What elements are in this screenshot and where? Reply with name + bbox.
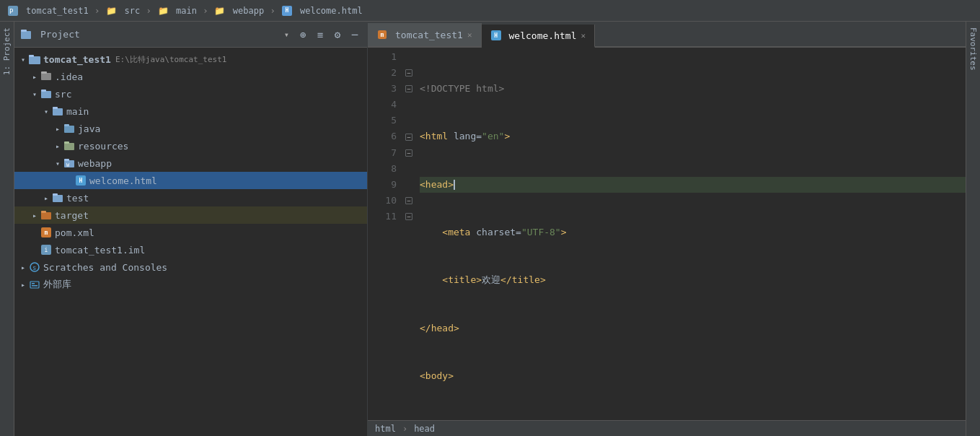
favorites-tab[interactable]: Favorites xyxy=(966,22,980,436)
tree-item-scratches[interactable]: s Scratches and Consoles xyxy=(14,258,367,276)
gutter-2[interactable]: − xyxy=(404,65,414,81)
tab-welcome-html[interactable]: H welcome.html ✕ xyxy=(482,25,596,48)
tree-label-webapp: webapp xyxy=(78,158,112,169)
svg-rect-4 xyxy=(29,56,40,64)
tree-label-target: target xyxy=(55,210,89,221)
tab-tomcat-test1[interactable]: m tomcat_test1 ✕ xyxy=(368,23,482,46)
gutter-11[interactable]: − xyxy=(404,209,414,224)
gutter-4 xyxy=(404,97,414,113)
tree-arrow-scratches xyxy=(17,261,29,273)
tree-item-resources[interactable]: resources xyxy=(14,137,367,154)
svg-rect-6 xyxy=(41,73,51,80)
title-webapp[interactable]: webapp xyxy=(233,6,264,16)
svg-rect-2 xyxy=(21,31,31,39)
tab-close-tomcat[interactable]: ✕ xyxy=(467,30,472,40)
welcome-file-title-icon: H xyxy=(281,5,293,17)
breadcrumb-head[interactable]: head xyxy=(414,424,435,434)
svg-text:s: s xyxy=(32,264,36,271)
project-tab-label[interactable]: 1: Project xyxy=(1,22,13,81)
fold-icon-11[interactable]: − xyxy=(405,213,412,220)
tree-item-welcome-html[interactable]: H welcome.html xyxy=(14,172,367,189)
tree-label-ext-lib: 外部库 xyxy=(43,278,71,291)
tab-html-icon: H xyxy=(490,30,502,41)
tree-arrow-webapp xyxy=(52,157,63,169)
tab-close-welcome[interactable]: ✕ xyxy=(581,31,586,40)
java-folder-icon xyxy=(63,123,75,134)
code-content[interactable]: <!DOCTYPE html> <html lang="en"> <head> … xyxy=(414,48,966,420)
sidebar-add-btn[interactable]: ⊕ xyxy=(296,28,309,41)
code-line-2: <html lang="en"> xyxy=(420,128,966,144)
tree-item-src[interactable]: src xyxy=(14,85,367,103)
fold-icon-7[interactable]: − xyxy=(405,149,412,157)
tree-label-iml: tomcat_test1.iml xyxy=(55,245,145,256)
iml-icon: i xyxy=(40,244,52,256)
code-gutter: − − − − − − xyxy=(404,48,414,420)
gutter-7[interactable]: − xyxy=(404,145,414,161)
tree-item-test[interactable]: test xyxy=(14,189,367,206)
tree-arrow-java xyxy=(52,123,63,134)
code-line-1: <!DOCTYPE html> xyxy=(420,81,966,97)
fold-icon-10[interactable]: − xyxy=(405,197,412,204)
breadcrumb-html[interactable]: html xyxy=(375,424,396,434)
code-doctype: <!DOCTYPE html> xyxy=(420,81,504,97)
gutter-3[interactable]: − xyxy=(404,81,414,97)
main-folder-icon xyxy=(52,105,63,117)
tab-label-tomcat: tomcat_test1 xyxy=(395,30,463,40)
tree-item-webapp[interactable]: W webapp xyxy=(14,154,367,172)
favorites-label[interactable]: Favorites xyxy=(967,22,979,77)
tree-item-target[interactable]: target xyxy=(14,206,367,224)
fold-icon-3[interactable]: − xyxy=(405,85,412,92)
gutter-6[interactable]: − xyxy=(404,128,414,144)
title-project[interactable]: tomcat_test1 xyxy=(26,6,89,16)
sidebar-minimize-btn[interactable]: ─ xyxy=(348,28,361,41)
fold-icon-6[interactable]: − xyxy=(405,134,412,141)
gutter-10[interactable]: − xyxy=(404,193,414,209)
svg-rect-14 xyxy=(64,143,74,150)
title-src[interactable]: src xyxy=(125,6,141,16)
gutter-5 xyxy=(404,113,414,128)
main-container: 1: Project Project ▾ ⊕ ≡ ⚙ ─ tom xyxy=(0,22,980,436)
tree-item-java[interactable]: java xyxy=(14,120,367,137)
tree-item-main[interactable]: main xyxy=(14,103,367,120)
tab-bar: m tomcat_test1 ✕ H welcome.html ✕ xyxy=(368,22,966,48)
svg-rect-10 xyxy=(53,108,63,115)
project-vertical-tab[interactable]: 1: Project xyxy=(0,22,14,436)
svg-rect-25 xyxy=(30,282,39,288)
test-folder-icon xyxy=(52,192,63,204)
tree-item-idea[interactable]: .idea xyxy=(14,68,367,85)
sidebar-header: Project ▾ ⊕ ≡ ⚙ ─ xyxy=(14,22,367,48)
sidebar-title: Project xyxy=(40,29,277,40)
ext-lib-icon xyxy=(29,279,40,290)
tree-arrow-ext-lib xyxy=(17,279,29,290)
editor-area: m tomcat_test1 ✕ H welcome.html ✕ 1 2 3 … xyxy=(368,22,966,436)
tree-path-root: E:\比特java\tomcat_test1 xyxy=(115,54,226,65)
webapp-folder-icon: 📁 xyxy=(214,5,226,17)
sidebar-collapse-btn[interactable]: ≡ xyxy=(314,28,327,41)
svg-rect-27 xyxy=(32,285,37,287)
code-line-7: <body> xyxy=(420,368,966,384)
svg-rect-5 xyxy=(29,55,34,57)
sidebar-tree: tomcat_test1 E:\比特java\tomcat_test1 .ide… xyxy=(14,48,367,436)
code-line-6: </head> xyxy=(420,321,966,336)
code-editor[interactable]: 1 2 3 4 5 6 7 8 9 10 11 − − xyxy=(368,48,966,420)
title-main[interactable]: main xyxy=(176,6,197,16)
line-numbers: 1 2 3 4 5 6 7 8 9 10 11 xyxy=(368,48,404,420)
tree-item-tomcat-root[interactable]: tomcat_test1 E:\比特java\tomcat_test1 xyxy=(14,51,367,68)
svg-rect-3 xyxy=(21,30,27,32)
svg-rect-26 xyxy=(32,283,35,284)
sidebar-settings-btn[interactable]: ⚙ xyxy=(331,28,344,41)
tree-label-test: test xyxy=(66,193,89,204)
tree-item-iml[interactable]: i tomcat_test1.iml xyxy=(14,241,367,258)
main-folder-icon: 📁 xyxy=(157,5,169,17)
tree-arrow-idea xyxy=(29,71,40,82)
code-line-4: <meta charset="UTF-8"> xyxy=(420,224,966,240)
tree-arrow-src xyxy=(29,88,40,100)
tree-label-root: tomcat_test1 xyxy=(43,54,111,65)
title-file[interactable]: welcome.html xyxy=(300,6,363,16)
tree-label-scratches: Scratches and Consoles xyxy=(43,262,167,273)
tree-item-pom-xml[interactable]: m pom.xml xyxy=(14,224,367,241)
svg-rect-11 xyxy=(53,107,58,109)
tree-item-external-lib[interactable]: 外部库 xyxy=(14,276,367,293)
fold-icon-2[interactable]: − xyxy=(405,69,412,77)
target-folder-icon xyxy=(40,209,52,221)
